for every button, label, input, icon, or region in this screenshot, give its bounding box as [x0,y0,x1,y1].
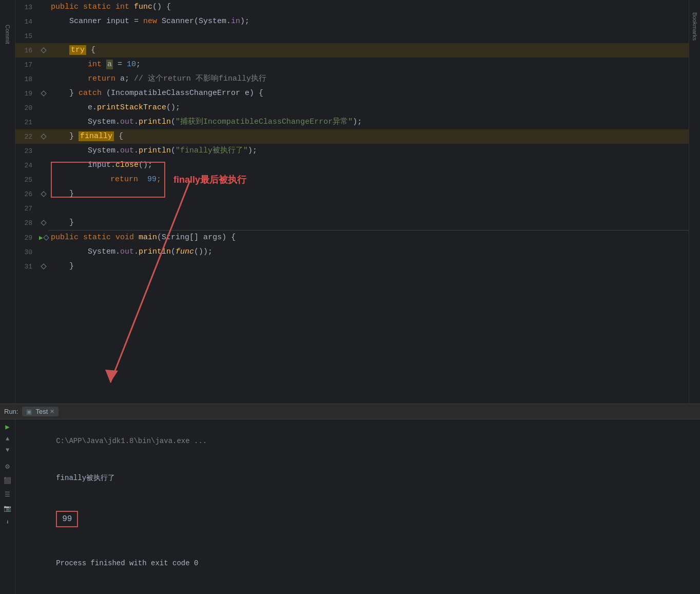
terminal-cmd-line: C:\APP\Java\jdk1.8\bin\java.exe ... [22,423,694,459]
terminal-output-99-box: 99 [56,511,78,527]
tab-test-icon: ▣ [26,408,32,415]
terminal-run-icon[interactable]: ▶ [5,423,9,431]
table-row: 16 try { [15,43,689,58]
code-content: } [49,187,689,201]
table-row: 26 } [15,187,689,201]
line-number: 18 [15,75,38,83]
left-sidebar: Commit [0,0,15,404]
table-row: 28 } [15,216,689,230]
terminal-cmd-text: C:\APP\Java\jdk1.8\bin\java.exe ... [56,437,207,445]
breakpoint-diamond-icon [41,191,46,197]
code-lines: 13 public static int func() { 14 Scanner… [15,0,689,404]
code-content: int a = 10; [49,58,689,72]
terminal-camera-icon[interactable]: 📷 [4,505,11,512]
terminal-stop-icon[interactable]: ⬛ [4,477,11,485]
run-icon[interactable]: ▶ [39,234,43,242]
terminal-left-bar: ▶ ▲ ▼ ⚙ ⬛ ☰ 📷 ⬇ [0,419,15,594]
code-content: } catch (IncompatibleClassChangeError e)… [49,86,689,101]
gutter [38,91,49,95]
line-number: 20 [15,104,38,112]
line-number: 25 [15,176,38,184]
line-number: 28 [15,219,38,227]
code-content: public static void main(String[] args) { [49,231,689,245]
gutter [38,192,49,196]
table-row: 18 return a; // 这个return 不影响finally执行 [15,72,689,86]
line-number: 31 [15,263,38,271]
line-number: 13 [15,4,38,11]
line-number: 15 [15,32,38,40]
terminal-output-finally: finally被执行了 [56,474,115,482]
breakpoint-diamond-icon [41,263,46,269]
table-row: 23 System.out.println("finally被执行了"); [15,144,689,158]
tab-test-label: Test [35,408,48,415]
table-row: 25 return 99; finally最后被执行 [15,173,689,187]
line-number: 14 [15,18,38,26]
line-number: 27 [15,205,38,213]
table-row: 14 Scanner input = new Scanner(System.in… [15,14,689,29]
code-content: public static int func() { [49,0,689,14]
table-row: 19 } catch (IncompatibleClassChangeError… [15,86,689,101]
bookmarks-label: Bookmarks [692,12,698,41]
terminal-list-icon[interactable]: ☰ [5,491,10,499]
table-row: 30 System.out.println(func()); [15,245,689,259]
terminal-settings-icon[interactable]: ⚙ [5,462,9,471]
line-number: 26 [15,190,38,198]
line-number: 19 [15,90,38,98]
code-content: System.out.println(func()); [49,245,689,259]
code-content: System.out.println("finally被执行了"); [49,144,689,158]
breakpoint-diamond-icon [41,220,46,225]
terminal-area: Run: ▣ Test ✕ ▶ ▲ ▼ ⚙ ⬛ ☰ 📷 ⬇ C:\APP\Jav… [0,404,700,594]
terminal-output-99-line: 99 [22,499,694,540]
gutter [38,48,49,52]
terminal-download-icon[interactable]: ⬇ [6,519,9,526]
terminal-down-icon[interactable]: ▼ [6,447,9,454]
table-row: 22 } finally { [15,129,689,144]
gutter-run: ▶ [38,234,49,242]
table-row: 21 System.out.println("捕获到IncompatibleCl… [15,115,689,129]
breakpoint-diamond-icon [41,47,46,53]
table-row: 29 ▶ public static void main(String[] ar… [15,231,689,245]
gutter [38,135,49,139]
commit-icon[interactable]: Commit [4,23,12,46]
code-content: e.printStackTrace(); [49,101,689,115]
terminal-output-process: Process finished with exit code 0 [56,559,198,567]
terminal-up-icon[interactable]: ▲ [6,435,9,443]
table-row: 31 } [15,259,689,274]
terminal-tab-bar: Run: ▣ Test ✕ [0,404,700,419]
line-number: 23 [15,147,38,155]
gutter [38,264,49,269]
breakpoint-diamond-icon [41,133,46,139]
code-editor: 13 public static int func() { 14 Scanner… [15,0,689,404]
code-content: } [49,259,689,274]
terminal-tab-test[interactable]: ▣ Test ✕ [22,407,59,416]
line-number: 22 [15,133,38,141]
table-row: 27 [15,201,689,216]
terminal-output-line-1: finally被执行了 [22,459,694,496]
line-number: 16 [15,47,38,54]
right-sidebar: Bookmarks [689,0,700,404]
tab-close-icon[interactable]: ✕ [50,408,54,415]
line-number: 21 [15,119,38,126]
code-content: } [49,216,689,230]
table-row: 20 e.printStackTrace(); [15,101,689,115]
run-label: Run: [4,408,18,415]
table-row: 13 public static int func() { [15,0,689,14]
breakpoint-diamond-icon [43,235,49,240]
terminal-content: C:\APP\Java\jdk1.8\bin\java.exe ... fina… [15,419,700,594]
code-content: } finally { [49,129,689,144]
breakpoint-diamond-icon [41,90,46,96]
code-content: return a; // 这个return 不影响finally执行 [49,72,689,86]
table-row: 17 int a = 10; [15,58,689,72]
line-number: 30 [15,248,38,256]
line-number: 29 [15,234,38,242]
line-number: 24 [15,162,38,169]
terminal-body: ▶ ▲ ▼ ⚙ ⬛ ☰ 📷 ⬇ C:\APP\Java\jdk1.8\bin\j… [0,419,700,594]
code-content: try { [49,43,689,58]
finally-annotation: finally最后被执行 [173,173,246,187]
code-content: System.out.println("捕获到IncompatibleClass… [49,115,689,129]
terminal-output-process-line: Process finished with exit code 0 [22,545,694,582]
line-number: 17 [15,61,38,69]
code-content: Scanner input = new Scanner(System.in); [49,14,689,29]
gutter [38,221,49,225]
table-row: 15 [15,29,689,43]
